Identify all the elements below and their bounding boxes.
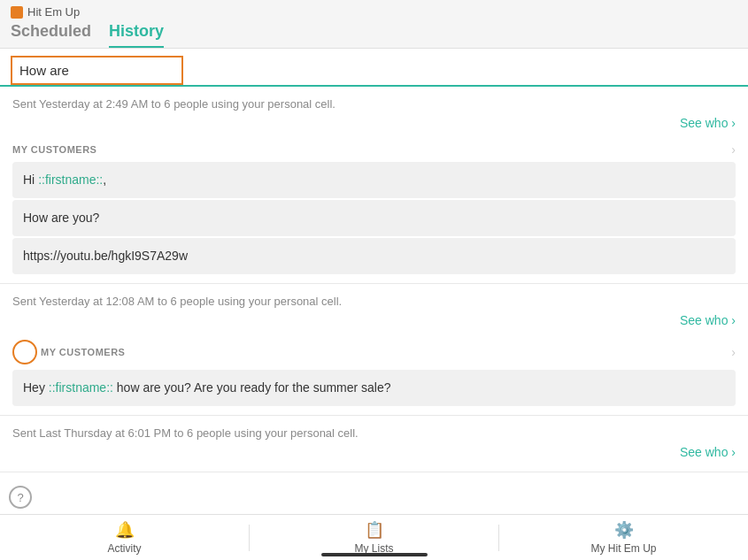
- search-row: [0, 49, 748, 87]
- message-bubble-1b: How are you?: [12, 200, 736, 236]
- see-who-2[interactable]: See who ›: [0, 311, 748, 333]
- nav-my-hit-em-up[interactable]: ⚙️ My Hit Em Up: [499, 520, 748, 555]
- message-group-1: Sent Yesterday at 2:49 AM to 6 people us…: [0, 87, 748, 284]
- message-bubble-2a: Hey ::firstname:: how are you? Are you r…: [12, 370, 736, 406]
- help-label: ?: [17, 491, 23, 504]
- gear-icon: ⚙️: [614, 520, 634, 540]
- list-chevron-2: ›: [731, 345, 736, 359]
- message-bubble-1c: https://youtu.be/hgkI9S7A29w: [12, 238, 736, 274]
- sent-info-2: Sent Yesterday at 12:08 AM to 6 people u…: [0, 284, 748, 311]
- firstname-tag-1: ::firstname::: [38, 173, 103, 187]
- nav-activity-label: Activity: [107, 542, 141, 555]
- list-label-row-2[interactable]: MY CUSTOMERS ›: [0, 333, 748, 368]
- search-input[interactable]: [11, 56, 183, 85]
- message-group-2: Sent Yesterday at 12:08 AM to 6 people u…: [0, 284, 748, 416]
- tab-scheduled[interactable]: Scheduled: [11, 22, 91, 48]
- sent-info-3: Sent Last Thursday at 6:01 PM to 6 peopl…: [0, 416, 748, 443]
- app-title: Hit Em Up: [27, 5, 80, 19]
- help-button[interactable]: ?: [9, 486, 32, 509]
- list-label-1: MY CUSTOMERS: [12, 144, 96, 155]
- top-bar: Hit Em Up Scheduled History: [0, 0, 748, 49]
- list-icon: 📋: [365, 520, 384, 540]
- nav-activity[interactable]: 🔔 Activity: [0, 520, 249, 555]
- circle-icon-2: [12, 340, 37, 364]
- app-title-row: Hit Em Up: [11, 5, 737, 19]
- list-chevron-1: ›: [731, 142, 736, 157]
- list-label-row-1[interactable]: MY CUSTOMERS ›: [0, 135, 748, 160]
- nav-my-hit-em-up-label: My Hit Em Up: [590, 542, 656, 555]
- tab-row: Scheduled History: [11, 22, 737, 48]
- see-who-3[interactable]: See who ›: [0, 443, 748, 464]
- bell-icon: 🔔: [115, 520, 135, 540]
- list-label-2: MY CUSTOMERS: [41, 347, 125, 357]
- tab-history[interactable]: History: [109, 22, 164, 48]
- app-icon: [11, 6, 23, 19]
- firstname-tag-2: ::firstname::: [49, 380, 113, 395]
- message-bubble-1a: Hi ::firstname::,: [12, 162, 736, 198]
- see-who-1[interactable]: See who ›: [0, 114, 748, 135]
- nav-my-lists[interactable]: 📋 My Lists: [250, 520, 498, 555]
- bottom-indicator: [321, 553, 428, 556]
- message-group-3: Sent Last Thursday at 6:01 PM to 6 peopl…: [0, 416, 748, 472]
- content-area: Sent Yesterday at 2:49 AM to 6 people us…: [0, 87, 748, 510]
- sent-info-1: Sent Yesterday at 2:49 AM to 6 people us…: [0, 87, 748, 114]
